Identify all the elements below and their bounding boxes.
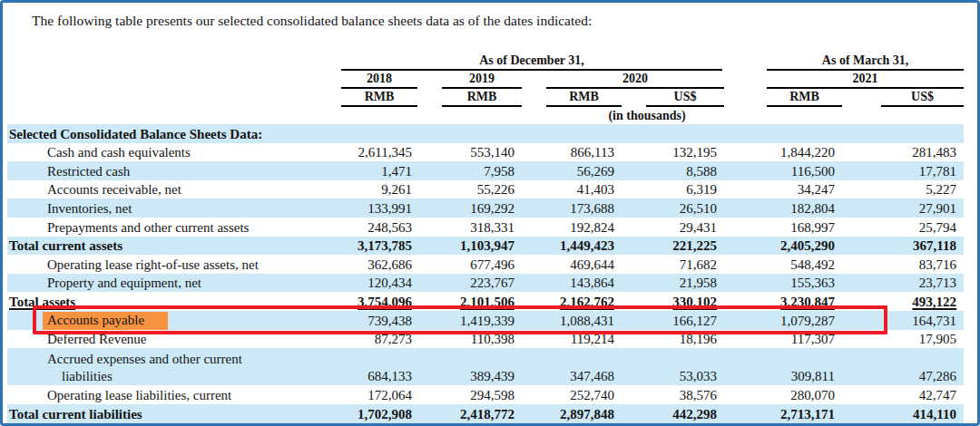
cell-value: 87,273: [330, 330, 419, 349]
cell-value: 252,740: [522, 385, 622, 404]
cell-value: 389,439: [419, 348, 522, 385]
cell-value: 27,901: [842, 198, 964, 218]
cell-value: 1,844,220: [724, 143, 842, 162]
row-label: Total current liabilities: [7, 404, 330, 423]
row-label: Restricted cash: [7, 161, 330, 180]
cell-value: 168,997: [724, 218, 842, 237]
cell-value: 56,269: [522, 161, 622, 180]
header-empty-cell: [7, 89, 330, 107]
cell-value: 1,103,947: [419, 237, 522, 256]
cell-value: 221,225: [622, 237, 724, 256]
header-currency-usd-2021: US$: [842, 89, 964, 107]
cell-value: 172,064: [330, 385, 419, 404]
table-row: Total current liabilities1,702,9082,418,…: [7, 404, 964, 423]
cell-value: [522, 124, 622, 143]
cell-value: 347,468: [522, 348, 622, 385]
cell-value: 83,716: [842, 255, 964, 274]
cell-value: 1,471: [330, 161, 419, 180]
cell-value: 41,403: [522, 180, 622, 199]
cell-value: 1,449,423: [522, 237, 622, 256]
header-group-row: As of December 31, As of March 31,: [7, 52, 964, 71]
cell-value: 1,088,431: [522, 311, 622, 330]
table-row: Property and equipment, net120,434223,76…: [7, 274, 964, 293]
cell-value: 34,247: [724, 180, 842, 199]
cell-value: [622, 124, 724, 143]
row-label: Operating lease right-of-use assets, net: [7, 255, 330, 274]
cell-value: 684,133: [330, 348, 419, 385]
table-row: Operating lease liabilities, current172,…: [7, 385, 964, 404]
cell-value: 294,598: [419, 385, 522, 404]
cell-value: 280,070: [724, 385, 842, 404]
row-label: Cash and cash equivalents: [7, 143, 330, 162]
cell-value: 1,702,908: [330, 404, 419, 423]
cell-value: 133,991: [330, 198, 419, 218]
cell-value: 26,510: [622, 198, 724, 218]
cell-value: 2,713,171: [724, 404, 842, 423]
cell-value: 309,811: [724, 348, 842, 385]
cell-value: 223,767: [419, 274, 522, 293]
cell-value: 3,754,096: [330, 292, 419, 311]
cell-value: 164,731: [842, 311, 964, 330]
cell-value: 281,483: [842, 143, 964, 162]
cell-value: 548,492: [724, 255, 842, 274]
table-row: Inventories, net133,991169,292173,68826,…: [7, 198, 964, 218]
cell-value: 23,713: [842, 274, 964, 293]
row-label: Property and equipment, net: [7, 274, 330, 293]
cell-value: 143,864: [522, 274, 622, 293]
row-label: Total assets: [7, 292, 330, 311]
cell-value: 248,563: [330, 218, 419, 237]
cell-value: 182,804: [724, 198, 842, 218]
header-empty-cell: [7, 52, 330, 71]
table-row: Operating lease right-of-use assets, net…: [7, 255, 964, 274]
cell-value: [330, 124, 419, 143]
cell-value: 47,286: [842, 348, 964, 385]
header-year-2020: 2020: [522, 71, 724, 89]
cell-value: 318,331: [419, 218, 522, 237]
row-label: Inventories, net: [7, 198, 330, 218]
header-unit-row: (in thousands): [7, 107, 964, 124]
table-row: Cash and cash equivalents2,611,345553,14…: [7, 143, 964, 162]
row-label: Selected Consolidated Balance Sheets Dat…: [7, 124, 330, 143]
cell-value: 169,292: [419, 198, 522, 218]
row-label: Accounts receivable, net: [7, 180, 330, 199]
cell-value: 55,226: [419, 180, 522, 199]
table-row: Restricted cash1,4717,95856,2698,588116,…: [7, 161, 964, 180]
header-empty-cell: [7, 71, 330, 89]
cell-value: 2,405,290: [724, 237, 842, 256]
table-row: Prepayments and other current assets248,…: [7, 218, 964, 237]
cell-value: 3,230,847: [724, 292, 842, 311]
cell-value: 739,438: [330, 311, 419, 330]
cell-value: 2,101,506: [419, 292, 522, 311]
cell-value: 5,227: [842, 180, 964, 199]
header-year-row: 2018 2019 2020 2021: [7, 71, 964, 89]
cell-value: 166,127: [622, 311, 724, 330]
cell-value: 2,162,762: [522, 292, 622, 311]
row-label: Accrued expenses and other currentliabil…: [7, 348, 330, 385]
cell-value: 1,419,339: [419, 311, 522, 330]
cell-value: 8,588: [622, 161, 724, 180]
cell-value: 117,307: [724, 330, 842, 349]
cell-value: 6,319: [622, 180, 724, 199]
cell-value: 414,110: [842, 404, 964, 423]
row-label: Deferred Revenue: [7, 330, 330, 349]
row-label: Total current assets: [7, 237, 330, 256]
document-frame: The following table presents our selecte…: [0, 0, 980, 426]
cell-value: 25,794: [842, 218, 964, 237]
cell-value: 192,824: [522, 218, 622, 237]
cell-value: 132,195: [622, 143, 724, 162]
cell-value: 7,958: [419, 161, 522, 180]
cell-value: 1,079,287: [724, 311, 842, 330]
cell-value: 119,214: [522, 330, 622, 349]
table-row: Total current assets3,173,7851,103,9471,…: [7, 237, 964, 256]
header-year-2018: 2018: [330, 71, 419, 89]
balance-sheet-table: As of December 31, As of March 31, 2018 …: [7, 52, 964, 423]
table-row: Accrued expenses and other currentliabil…: [7, 348, 964, 385]
cell-value: 120,434: [330, 274, 419, 293]
header-group-march: As of March 31,: [724, 52, 964, 71]
header-currency-rmb-2019: RMB: [419, 89, 522, 107]
header-currency-rmb-2018: RMB: [330, 89, 419, 107]
balance-sheet-table-wrap: As of December 31, As of March 31, 2018 …: [7, 52, 964, 423]
cell-value: 3,173,785: [330, 237, 419, 256]
cell-value: 71,682: [622, 255, 724, 274]
cell-value: 553,140: [419, 143, 522, 162]
